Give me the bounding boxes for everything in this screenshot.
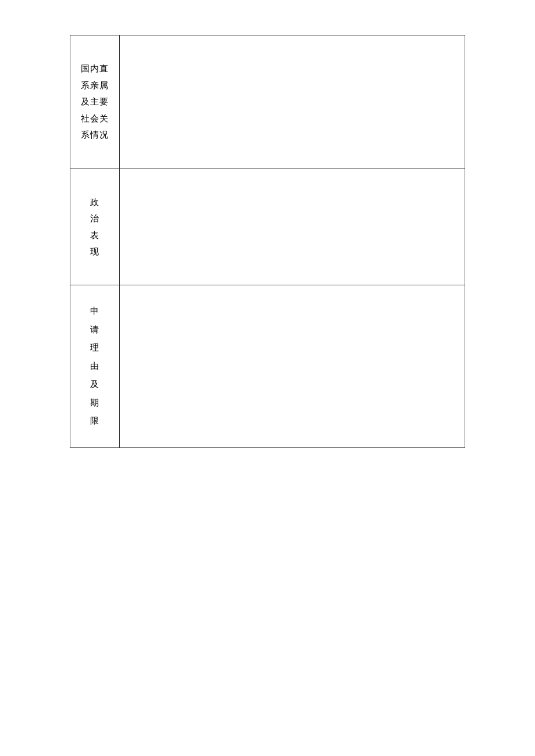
content-domestic[interactable] (120, 35, 465, 169)
table-row-politics: 政 治 表 现 (70, 169, 465, 285)
label-politics: 政 治 表 现 (70, 169, 120, 285)
content-reason[interactable] (120, 285, 465, 448)
content-politics[interactable] (120, 169, 465, 285)
label-domestic: 国内直 系亲属 及主要 社会关 系情况 (70, 35, 120, 169)
table-row-domestic: 国内直 系亲属 及主要 社会关 系情况 (70, 35, 465, 169)
form-table: 国内直 系亲属 及主要 社会关 系情况 政 治 表 现 (70, 35, 465, 448)
table-row-reason: 申 请 理 由 及 期 限 (70, 285, 465, 448)
label-reason: 申 请 理 由 及 期 限 (70, 285, 120, 448)
form-container: 国内直 系亲属 及主要 社会关 系情况 政 治 表 现 (70, 35, 465, 448)
